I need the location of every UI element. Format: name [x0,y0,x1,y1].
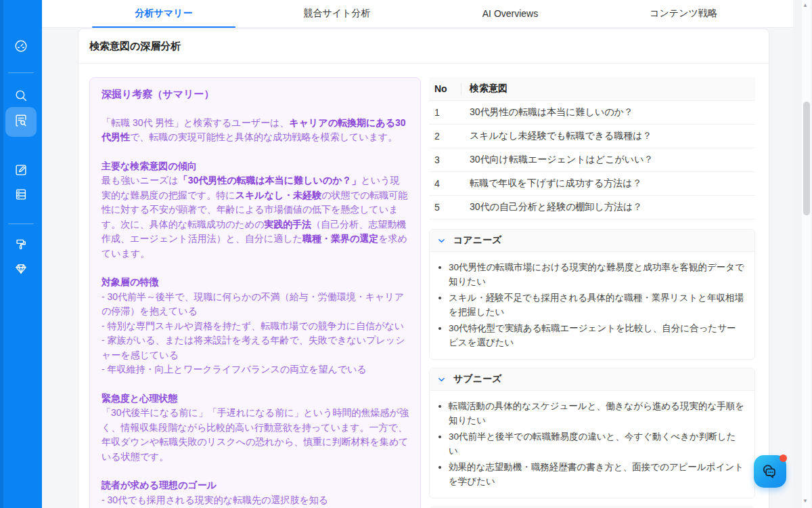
sidebar-divider [8,224,34,224]
accordion-sub-needs: サブニーズ 転職活動の具体的なスケジュールと、働きながら進める現実的な手順を知り… [429,368,755,499]
table-row: 3 30代向け転職エージェントはどこがいい？ [429,148,755,172]
column-header-no: No [429,77,461,101]
list-item: スキル・経験不足でも採用される具体的な職種・業界リストと年収相場を把握したい [449,291,745,319]
edit-icon [14,163,28,180]
scroll-up-arrow-icon[interactable]: ▲ [803,3,808,8]
intent-column: No 検索意図 1 30代男性の転職は本当に難しいのか？ [429,77,755,508]
accordion-body: 30代男性の転職市場における現実的な難易度と成功率を客観的データで知りたいスキル… [430,252,754,359]
row-number: 3 [429,148,461,172]
search-intent-table: No 検索意図 1 30代男性の転職は本当に難しいのか？ [429,77,755,219]
scrollbar-track[interactable] [802,0,811,508]
summary-block-heading: 読者が求める理想のゴール [102,478,409,493]
accordion-title: コアニーズ [453,234,501,247]
accordion-body: 転職活動の具体的なスケジュールと、働きながら進める現実的な手順を知りたい30代前… [430,391,754,498]
analysis-card: 検索意図の深層分析 深掘り考察（サマリー） 「転職 30代 男性」と検索するユー… [78,28,769,508]
row-intent: 30代向け転職エージェントはどこがいい？ [461,148,755,172]
list-item: 効果的な志望動機・職務経歴書の書き方と、面接でのアピールポイントを学びたい [449,460,745,488]
sidebar-item-intent-analysis[interactable] [5,107,37,137]
accordion-header-sub-needs[interactable]: サブニーズ [430,368,754,391]
row-intent: 転職で年収を下げずに成功する方法は？ [461,172,755,196]
row-number: 5 [429,196,461,219]
summary-block-heading: 主要な検索意図の傾向 [102,159,409,174]
search-icon [14,88,28,106]
table-header-row: No 検索意図 [429,77,755,101]
summary-block: 読者が求める理想のゴール - 30代でも採用される現実的な転職先の選択肢を知る-… [102,478,409,508]
tab-label: AI Overviews [482,8,538,19]
scrollbar-thumb[interactable] [803,102,810,215]
scrollbar: ▲ ▼ [793,0,812,508]
summary-block-heading: 緊急度と心理状態 [102,391,409,406]
table-row: 1 30代男性の転職は本当に難しいのか？ [429,101,755,125]
tab-ai-overviews[interactable]: AI Overviews [424,0,597,27]
column-header-intent: 検索意図 [461,77,755,101]
tab-competitor-analysis[interactable]: 競合サイト分析 [250,0,424,27]
notification-dot [780,454,787,462]
summary-block-heading: 対象層の特徴 [102,275,409,290]
tab-label: 競合サイト分析 [304,7,371,20]
list-item: 転職活動の具体的なスケジュールと、働きながら進める現実的な手順を知りたい [449,399,745,427]
summary-block: 「転職 30代 男性」と検索するユーザーは、キャリアの転換期にある30代男性で、… [102,116,409,145]
summary-block: 緊急度と心理状態 「30代後半になる前に」「手遅れになる前に」という時間的焦燥感… [102,391,409,465]
summary-title: 深掘り考察（サマリー） [102,87,409,102]
summary-block-text: - 30代でも採用される現実的な転職先の選択肢を知る- 自分の経験・スキルを棚卸… [102,493,409,508]
paint-roller-icon [14,237,28,255]
summary-block: 主要な検索意図の傾向 最も強いニーズは「30代男性の転職は本当に難しいのか？」と… [102,159,409,261]
scroll-down-arrow-icon[interactable]: ▼ [803,499,808,504]
chat-bubbles-icon [761,462,780,481]
tab-content-strategy[interactable]: コンテンツ戦略 [597,0,770,27]
row-number: 1 [429,101,461,125]
summary-block-text: - 30代前半～後半で、現職に何らかの不満（給与・労働環境・キャリアの停滞）を抱… [102,290,409,377]
row-number: 2 [429,125,461,148]
summary-block: 対象層の特徴 - 30代前半～後半で、現職に何らかの不満（給与・労働環境・キャリ… [102,275,409,377]
tab-analysis-summary[interactable]: 分析サマリー [77,0,250,27]
sidebar-item-dashboard[interactable] [5,33,37,62]
document-search-icon [14,113,28,131]
row-intent: 30代の自己分析と経験の棚卸し方法は？ [461,196,755,219]
summary-block-text: 最も強いニーズは「30代男性の転職は本当に難しいのか？」という現実的な難易度の把… [102,173,409,261]
list-icon [14,187,28,205]
tab-label: 分析サマリー [135,7,193,20]
list-item: 30代男性の転職市場における現実的な難易度と成功率を客観的データで知りたい [449,260,745,289]
row-number: 4 [429,172,461,196]
chevron-down-icon [438,237,445,245]
accordion-header-core-needs[interactable]: コアニーズ [430,230,754,252]
sidebar-item-premium[interactable] [5,255,37,285]
list-item: 30代特化型で実績ある転職エージェントを比較し、自分に合ったサービスを選びたい [449,321,745,350]
table-row: 4 転職で年収を下げずに成功する方法は？ [429,172,755,196]
tab-bar: 分析サマリー 競合サイト分析 AI Overviews コンテンツ戦略 [42,0,793,28]
dashboard-icon [14,39,28,56]
diamond-icon [14,261,28,279]
summary-block-text: 「30代後半になる前に」「手遅れになる前に」という時間的焦燥感が強く、情報収集段… [102,406,409,464]
chat-button[interactable] [754,455,786,488]
list-item: 30代前半と後半での転職難易度の違いと、今すぐ動くべきか判断したい [449,429,745,458]
seo-analysis-app: 分析サマリー 競合サイト分析 AI Overviews コンテンツ戦略 検索意図… [0,0,812,508]
tab-label: コンテンツ戦略 [650,7,717,20]
sidebar-item-list[interactable] [5,181,37,211]
table-row: 2 スキルなし未経験でも転職できる職種は？ [429,125,755,148]
sidebar-divider [8,72,34,73]
summary-panel: 深掘り考察（サマリー） 「転職 30代 男性」と検索するユーザーは、キャリアの転… [89,77,421,508]
row-intent: 30代男性の転職は本当に難しいのか？ [461,101,755,125]
summary-blocks: 「転職 30代 男性」と検索するユーザーは、キャリアの転換期にある30代男性で、… [102,116,409,508]
summary-block-text: 「転職 30代 男性」と検索するユーザーは、キャリアの転換期にある30代男性で、… [102,116,409,145]
accordion-core-needs: コアニーズ 30代男性の転職市場における現実的な難易度と成功率を客観的データで知… [429,229,755,360]
accordion-title: サブニーズ [453,373,501,385]
row-intent: スキルなし未経験でも転職できる職種は？ [461,125,755,148]
table-row: 5 30代の自己分析と経験の棚卸し方法は？ [429,196,755,219]
sidebar [0,0,42,508]
chevron-down-icon [438,376,445,383]
card-title: 検索意図の深層分析 [78,29,769,64]
